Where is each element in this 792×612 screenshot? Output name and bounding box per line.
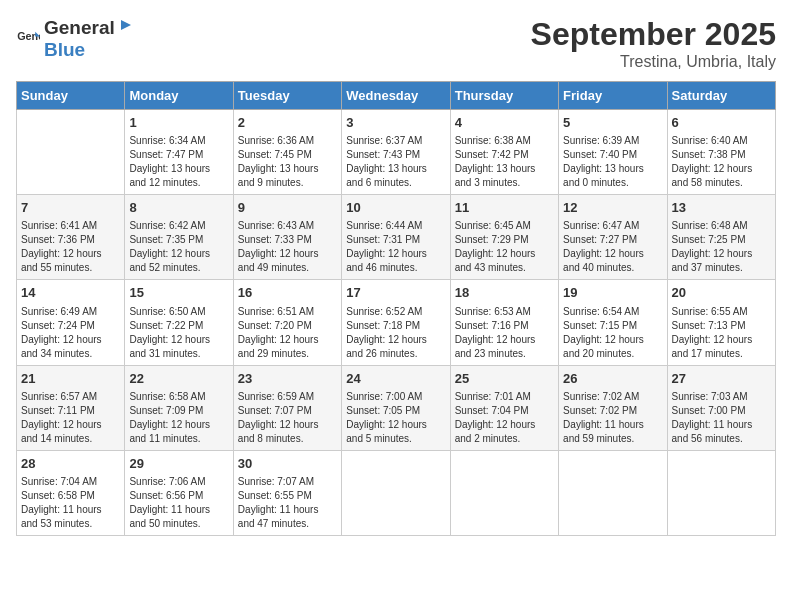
header-day-friday: Friday — [559, 82, 667, 110]
calendar-cell: 27Sunrise: 7:03 AMSunset: 7:00 PMDayligh… — [667, 365, 775, 450]
calendar-week-row: 7Sunrise: 6:41 AMSunset: 7:36 PMDaylight… — [17, 195, 776, 280]
day-info: Sunrise: 6:36 AMSunset: 7:45 PMDaylight:… — [238, 134, 337, 190]
header-day-saturday: Saturday — [667, 82, 775, 110]
calendar-cell: 16Sunrise: 6:51 AMSunset: 7:20 PMDayligh… — [233, 280, 341, 365]
day-info: Sunrise: 6:54 AMSunset: 7:15 PMDaylight:… — [563, 305, 662, 361]
header-day-wednesday: Wednesday — [342, 82, 450, 110]
day-number: 13 — [672, 199, 771, 217]
day-info: Sunrise: 6:43 AMSunset: 7:33 PMDaylight:… — [238, 219, 337, 275]
day-info: Sunrise: 7:07 AMSunset: 6:55 PMDaylight:… — [238, 475, 337, 531]
calendar-cell: 1Sunrise: 6:34 AMSunset: 7:47 PMDaylight… — [125, 110, 233, 195]
day-number: 7 — [21, 199, 120, 217]
day-number: 3 — [346, 114, 445, 132]
day-number: 28 — [21, 455, 120, 473]
day-number: 19 — [563, 284, 662, 302]
day-info: Sunrise: 6:44 AMSunset: 7:31 PMDaylight:… — [346, 219, 445, 275]
day-number: 26 — [563, 370, 662, 388]
day-info: Sunrise: 6:53 AMSunset: 7:16 PMDaylight:… — [455, 305, 554, 361]
logo-general-text: General — [44, 17, 115, 39]
day-info: Sunrise: 7:06 AMSunset: 6:56 PMDaylight:… — [129, 475, 228, 531]
day-info: Sunrise: 6:55 AMSunset: 7:13 PMDaylight:… — [672, 305, 771, 361]
day-info: Sunrise: 6:51 AMSunset: 7:20 PMDaylight:… — [238, 305, 337, 361]
logo-arrow-icon — [117, 16, 135, 34]
calendar-cell: 11Sunrise: 6:45 AMSunset: 7:29 PMDayligh… — [450, 195, 558, 280]
calendar-cell: 24Sunrise: 7:00 AMSunset: 7:05 PMDayligh… — [342, 365, 450, 450]
day-info: Sunrise: 6:42 AMSunset: 7:35 PMDaylight:… — [129, 219, 228, 275]
calendar-cell: 13Sunrise: 6:48 AMSunset: 7:25 PMDayligh… — [667, 195, 775, 280]
calendar-table: SundayMondayTuesdayWednesdayThursdayFrid… — [16, 81, 776, 536]
header-day-sunday: Sunday — [17, 82, 125, 110]
day-info: Sunrise: 6:47 AMSunset: 7:27 PMDaylight:… — [563, 219, 662, 275]
day-number: 30 — [238, 455, 337, 473]
calendar-cell — [342, 450, 450, 535]
day-number: 6 — [672, 114, 771, 132]
day-info: Sunrise: 6:45 AMSunset: 7:29 PMDaylight:… — [455, 219, 554, 275]
calendar-cell: 7Sunrise: 6:41 AMSunset: 7:36 PMDaylight… — [17, 195, 125, 280]
day-info: Sunrise: 7:00 AMSunset: 7:05 PMDaylight:… — [346, 390, 445, 446]
day-info: Sunrise: 6:40 AMSunset: 7:38 PMDaylight:… — [672, 134, 771, 190]
day-number: 1 — [129, 114, 228, 132]
calendar-cell — [667, 450, 775, 535]
logo: General General Blue — [16, 16, 135, 61]
calendar-week-row: 28Sunrise: 7:04 AMSunset: 6:58 PMDayligh… — [17, 450, 776, 535]
day-info: Sunrise: 6:58 AMSunset: 7:09 PMDaylight:… — [129, 390, 228, 446]
day-info: Sunrise: 7:03 AMSunset: 7:00 PMDaylight:… — [672, 390, 771, 446]
calendar-cell: 26Sunrise: 7:02 AMSunset: 7:02 PMDayligh… — [559, 365, 667, 450]
calendar-cell: 19Sunrise: 6:54 AMSunset: 7:15 PMDayligh… — [559, 280, 667, 365]
day-number: 9 — [238, 199, 337, 217]
day-number: 24 — [346, 370, 445, 388]
title-section: September 2025 Trestina, Umbria, Italy — [531, 16, 776, 71]
day-number: 16 — [238, 284, 337, 302]
day-number: 14 — [21, 284, 120, 302]
day-info: Sunrise: 6:39 AMSunset: 7:40 PMDaylight:… — [563, 134, 662, 190]
calendar-cell: 30Sunrise: 7:07 AMSunset: 6:55 PMDayligh… — [233, 450, 341, 535]
calendar-cell: 17Sunrise: 6:52 AMSunset: 7:18 PMDayligh… — [342, 280, 450, 365]
calendar-cell: 28Sunrise: 7:04 AMSunset: 6:58 PMDayligh… — [17, 450, 125, 535]
day-info: Sunrise: 6:57 AMSunset: 7:11 PMDaylight:… — [21, 390, 120, 446]
day-info: Sunrise: 6:34 AMSunset: 7:47 PMDaylight:… — [129, 134, 228, 190]
calendar-week-row: 14Sunrise: 6:49 AMSunset: 7:24 PMDayligh… — [17, 280, 776, 365]
header: General General Blue September 2025 Tres… — [16, 16, 776, 71]
header-day-monday: Monday — [125, 82, 233, 110]
day-info: Sunrise: 6:37 AMSunset: 7:43 PMDaylight:… — [346, 134, 445, 190]
day-number: 29 — [129, 455, 228, 473]
day-info: Sunrise: 7:04 AMSunset: 6:58 PMDaylight:… — [21, 475, 120, 531]
day-number: 12 — [563, 199, 662, 217]
calendar-cell: 14Sunrise: 6:49 AMSunset: 7:24 PMDayligh… — [17, 280, 125, 365]
day-info: Sunrise: 6:52 AMSunset: 7:18 PMDaylight:… — [346, 305, 445, 361]
calendar-cell: 3Sunrise: 6:37 AMSunset: 7:43 PMDaylight… — [342, 110, 450, 195]
day-number: 8 — [129, 199, 228, 217]
day-info: Sunrise: 6:49 AMSunset: 7:24 PMDaylight:… — [21, 305, 120, 361]
day-number: 25 — [455, 370, 554, 388]
calendar-cell: 29Sunrise: 7:06 AMSunset: 6:56 PMDayligh… — [125, 450, 233, 535]
calendar-cell: 22Sunrise: 6:58 AMSunset: 7:09 PMDayligh… — [125, 365, 233, 450]
svg-marker-2 — [121, 20, 131, 30]
day-number: 22 — [129, 370, 228, 388]
calendar-cell — [17, 110, 125, 195]
location-title: Trestina, Umbria, Italy — [531, 53, 776, 71]
logo-blue-text: Blue — [44, 39, 85, 60]
day-info: Sunrise: 6:38 AMSunset: 7:42 PMDaylight:… — [455, 134, 554, 190]
header-day-tuesday: Tuesday — [233, 82, 341, 110]
calendar-cell: 15Sunrise: 6:50 AMSunset: 7:22 PMDayligh… — [125, 280, 233, 365]
day-info: Sunrise: 7:01 AMSunset: 7:04 PMDaylight:… — [455, 390, 554, 446]
day-number: 11 — [455, 199, 554, 217]
calendar-cell — [559, 450, 667, 535]
calendar-cell — [450, 450, 558, 535]
day-info: Sunrise: 7:02 AMSunset: 7:02 PMDaylight:… — [563, 390, 662, 446]
calendar-cell: 10Sunrise: 6:44 AMSunset: 7:31 PMDayligh… — [342, 195, 450, 280]
calendar-cell: 5Sunrise: 6:39 AMSunset: 7:40 PMDaylight… — [559, 110, 667, 195]
calendar-cell: 9Sunrise: 6:43 AMSunset: 7:33 PMDaylight… — [233, 195, 341, 280]
day-number: 23 — [238, 370, 337, 388]
day-number: 5 — [563, 114, 662, 132]
day-number: 15 — [129, 284, 228, 302]
logo-icon: General — [16, 27, 40, 51]
day-info: Sunrise: 6:59 AMSunset: 7:07 PMDaylight:… — [238, 390, 337, 446]
calendar-cell: 20Sunrise: 6:55 AMSunset: 7:13 PMDayligh… — [667, 280, 775, 365]
calendar-cell: 12Sunrise: 6:47 AMSunset: 7:27 PMDayligh… — [559, 195, 667, 280]
calendar-cell: 18Sunrise: 6:53 AMSunset: 7:16 PMDayligh… — [450, 280, 558, 365]
day-number: 20 — [672, 284, 771, 302]
header-day-thursday: Thursday — [450, 82, 558, 110]
calendar-week-row: 1Sunrise: 6:34 AMSunset: 7:47 PMDaylight… — [17, 110, 776, 195]
day-number: 10 — [346, 199, 445, 217]
